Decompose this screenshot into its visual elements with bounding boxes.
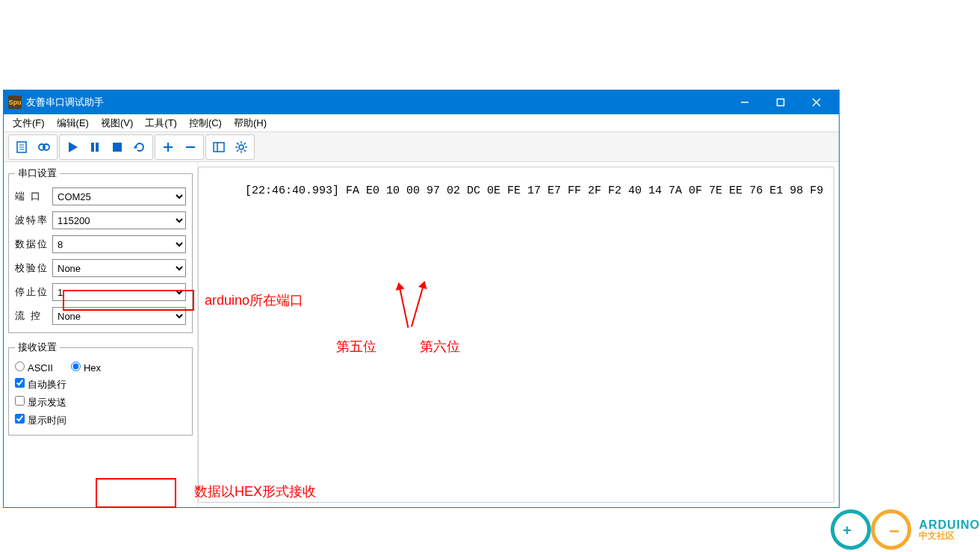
svg-line-26 xyxy=(244,149,246,152)
svg-point-20 xyxy=(239,145,244,149)
hex-radio-label[interactable]: Hex xyxy=(71,362,101,373)
output-line: [22:46:40.993] FA E0 10 00 97 02 DC 0E F… xyxy=(245,184,823,197)
showsend-check-label[interactable]: 显示发送 xyxy=(15,396,66,409)
data-select[interactable]: 8 xyxy=(52,235,186,253)
data-label: 数据位 xyxy=(15,238,52,251)
maximize-button[interactable] xyxy=(763,90,798,114)
watermark-brand: ARDUINO xyxy=(919,519,980,531)
stop-select[interactable]: 1 xyxy=(52,283,186,301)
app-icon: Spu xyxy=(8,96,22,109)
svg-marker-10 xyxy=(69,142,78,152)
panel-icon[interactable] xyxy=(208,137,230,158)
new-file-icon[interactable] xyxy=(10,137,33,158)
arduino-logo-icon: + − xyxy=(826,507,916,552)
menu-view[interactable]: 视图(V) xyxy=(95,114,139,131)
output-area[interactable]: [22:46:40.993] FA E0 10 00 97 02 DC 0E F… xyxy=(198,167,834,503)
ascii-text: ASCII xyxy=(28,362,53,373)
stop-icon[interactable] xyxy=(106,137,128,158)
hex-text: Hex xyxy=(84,362,101,373)
titlebar: Spu 友善串口调试助手 xyxy=(4,90,839,114)
svg-marker-14 xyxy=(134,146,137,149)
showsend-check[interactable] xyxy=(15,396,25,406)
svg-line-25 xyxy=(237,143,239,145)
parity-select[interactable]: None xyxy=(52,259,186,277)
svg-line-28 xyxy=(237,149,239,152)
hex-radio[interactable] xyxy=(71,362,81,371)
baud-label: 波特率 xyxy=(15,214,52,227)
menubar: 文件(F) 编辑(E) 视图(V) 工具(T) 控制(C) 帮助(H) xyxy=(4,114,839,132)
showtime-check-label[interactable]: 显示时间 xyxy=(15,414,66,427)
baud-select[interactable]: 115200 xyxy=(52,211,186,229)
svg-rect-13 xyxy=(113,143,122,152)
svg-rect-18 xyxy=(214,143,224,152)
autowrap-check-label[interactable]: 自动换行 xyxy=(15,378,66,391)
serial-settings-legend: 串口设置 xyxy=(15,167,60,180)
watermark-sub: 中文社区 xyxy=(919,531,980,540)
settings-icon[interactable] xyxy=(230,137,252,158)
svg-rect-12 xyxy=(96,143,99,152)
close-button[interactable] xyxy=(798,90,834,114)
watermark: + − ARDUINO 中文社区 xyxy=(826,507,980,552)
flow-select[interactable]: None xyxy=(52,307,186,325)
window-body: 串口设置 端 口 COM25 波特率 115200 数据位 8 校验位 None xyxy=(4,162,839,507)
toolbar xyxy=(4,132,839,162)
menu-file[interactable]: 文件(F) xyxy=(7,114,51,131)
menu-help[interactable]: 帮助(H) xyxy=(228,114,273,131)
minus-icon[interactable] xyxy=(179,137,202,158)
rx-settings-legend: 接收设置 xyxy=(15,341,60,354)
minimize-button[interactable] xyxy=(727,90,763,114)
autowrap-check[interactable] xyxy=(15,378,25,388)
showsend-text: 显示发送 xyxy=(28,397,66,408)
parity-label: 校验位 xyxy=(15,261,52,275)
svg-rect-11 xyxy=(91,143,94,152)
window-title: 友善串口调试助手 xyxy=(26,96,727,109)
port-label: 端 口 xyxy=(15,190,52,203)
rx-settings-group: 接收设置 ASCII Hex 自动换行 显示发送 显示时间 xyxy=(8,341,193,435)
record-icon[interactable] xyxy=(33,137,55,158)
autowrap-text: 自动换行 xyxy=(28,379,66,390)
ascii-radio-label[interactable]: ASCII xyxy=(15,362,53,373)
ascii-radio[interactable] xyxy=(15,362,25,371)
flow-label: 流 控 xyxy=(15,309,52,323)
play-icon[interactable] xyxy=(61,137,84,158)
pause-icon[interactable] xyxy=(84,137,106,158)
left-panel: 串口设置 端 口 COM25 波特率 115200 数据位 8 校验位 None xyxy=(4,162,198,507)
serial-settings-group: 串口设置 端 口 COM25 波特率 115200 数据位 8 校验位 None xyxy=(8,167,193,333)
port-select[interactable]: COM25 xyxy=(52,187,186,205)
showtime-check[interactable] xyxy=(15,414,25,424)
plus-icon[interactable] xyxy=(157,137,179,158)
app-window: Spu 友善串口调试助手 文件(F) 编辑(E) 视图(V) 工具(T) 控制(… xyxy=(3,90,840,508)
svg-line-27 xyxy=(244,143,246,145)
menu-control[interactable]: 控制(C) xyxy=(183,114,228,131)
menu-tool[interactable]: 工具(T) xyxy=(139,114,183,131)
refresh-icon[interactable] xyxy=(128,137,151,158)
stop-label: 停止位 xyxy=(15,285,52,299)
menu-edit[interactable]: 编辑(E) xyxy=(51,114,95,131)
svg-rect-1 xyxy=(778,99,784,106)
showtime-text: 显示时间 xyxy=(28,415,66,426)
